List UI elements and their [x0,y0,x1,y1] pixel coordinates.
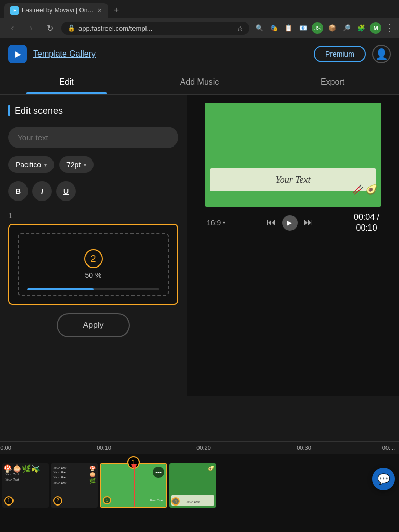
back-button[interactable]: ‹ [5,21,20,35]
nav-icons: 🔍 🎭 📋 📧 JS 📦 🔎 🧩 M ⋮ [254,22,394,34]
bold-button[interactable]: B [8,181,28,201]
size-chevron-icon: ▾ [84,162,86,168]
ext-code-icon[interactable]: JS [312,22,323,34]
thumb-label-3: 3 [103,496,111,504]
tab-favicon: F [10,6,19,15]
tick-30: 00:30 [297,445,311,451]
skip-forward-button[interactable]: ⏭ [304,217,313,228]
format-controls: B I U [8,181,178,201]
tab-title: Fastreel by Movavi | Online Vid... [22,7,95,14]
timeline-tracks: 🍄 🧅 🌿 🫒 Your TextYour TextYour Text 1 🍄 … [0,454,399,516]
scene-number-circle: 2 [84,249,103,268]
text-input-container [8,127,178,148]
scene-card-inner: 2 50 % [18,233,169,296]
avocado-icon: 🥑 [366,184,377,195]
content-area: Edit scenes Pacifico ▾ 72pt ▾ B I U 1 2 … [0,95,399,396]
play-button[interactable]: ▶ [282,215,298,231]
thumb-text-1: Your TextYour TextYour Text [5,468,19,483]
scene-card: 2 50 % [8,224,178,305]
font-chevron-icon: ▾ [44,162,47,168]
nav-bar: ‹ › ↻ 🔒 app.fastreel.com/templ... ☆ 🔍 🎭 … [0,18,399,38]
scene-number-label: 1 [8,211,178,220]
ext-puzzle-icon[interactable]: 🧩 [355,22,367,34]
thumb-label-4: 4 [171,497,180,506]
address-bar[interactable]: 🔒 app.fastreel.com/templ... ☆ [61,22,249,35]
chopsticks-icon: 🥢 [352,184,364,195]
lock-icon: 🔒 [68,24,75,32]
tick-20: 00:20 [196,445,211,451]
tab-add-music[interactable]: Add Music [133,70,266,94]
apply-button[interactable]: Apply [57,313,129,337]
font-selector[interactable]: Pacifico ▾ [8,156,54,173]
chat-button[interactable]: 💬 [372,468,395,490]
chat-icon: 💬 [377,473,390,485]
app-header: ▶ Template Gallery Premium 👤 [0,38,399,70]
tab-bar: F Fastreel by Movavi | Online Vid... × + [0,0,399,18]
selected-thumb-wrapper[interactable]: 1 ••• 3 Your Text [100,463,167,508]
thumb-avocado-4: 🥑 [208,466,214,471]
text-input[interactable] [8,127,178,148]
section-title: Edit scenes [15,105,63,116]
main-tabs: Edit Add Music Export [0,70,399,95]
address-text: app.fastreel.com/templ... [78,24,234,32]
thumbnail-2[interactable]: 🍄 🧅 🌿 Your TextYour TextYour TextYour Te… [51,463,98,508]
new-tab-button[interactable]: + [110,4,123,17]
thumbnail-1[interactable]: 🍄 🧅 🌿 🫒 Your TextYour TextYour Text 1 [2,463,49,508]
timeline-track: 🍄 🧅 🌿 🫒 Your TextYour TextYour Text 1 🍄 … [0,454,216,516]
timeline-area: 00:00 00:10 00:20 00:30 00:... 🍄 🧅 🌿 🫒 Y… [0,441,399,532]
underline-button[interactable]: U [56,181,76,201]
tick-end: 00:... [382,445,395,451]
browser-chrome: F Fastreel by Movavi | Online Vid... × +… [0,0,399,38]
thumbnail-4[interactable]: Your Text 🥑 4 [169,463,216,508]
video-controls: 16:9 ▾ ⏮ ▶ ⏭ 00:04 / 00:10 [205,212,381,234]
thumb-text-2: Your TextYour TextYour TextYour Text [53,466,66,486]
tick-0: 00:00 [0,445,11,451]
left-panel: Edit scenes Pacifico ▾ 72pt ▾ B I U 1 2 … [0,95,187,396]
ext-clip-icon[interactable]: 📋 [283,22,294,34]
thumb-food-items: 🍄 🧅 🌿 [89,466,96,484]
browser-menu-icon[interactable]: ⋮ [384,22,394,34]
video-decorations: 🥢 🥑 [352,184,377,195]
app-title[interactable]: Template Gallery [33,49,96,59]
tab-edit[interactable]: Edit [0,70,133,94]
scene-progress-bar-container [27,288,159,290]
aspect-chevron-icon: ▾ [223,220,225,225]
italic-button[interactable]: I [32,181,52,201]
ext-pkg-icon[interactable]: 📦 [326,22,338,34]
star-icon[interactable]: ☆ [237,24,243,32]
tab-export[interactable]: Export [266,70,399,94]
video-preview: Your Text 🥢 🥑 [205,103,381,207]
right-panel: Your Text 🥢 🥑 16:9 ▾ ⏮ ▶ ⏭ 00:04 / 00:1 [187,95,399,396]
thumb-text-4: Your Text [186,500,200,504]
timeline-ruler: 00:00 00:10 00:20 00:30 00:... [0,442,399,454]
playback-controls: ⏮ ▶ ⏭ [267,215,313,231]
video-text: Your Text [275,175,310,185]
thumb-label-2: 2 [53,496,62,506]
more-options-button[interactable]: ••• [153,467,164,478]
size-selector[interactable]: 72pt ▾ [59,156,94,173]
ext-search-icon[interactable]: 🔍 [254,22,265,34]
aspect-ratio-selector[interactable]: 16:9 ▾ [207,219,225,227]
refresh-button[interactable]: ↻ [43,21,57,35]
browser-tab[interactable]: F Fastreel by Movavi | Online Vid... × [4,3,108,18]
play-icon: ▶ [287,219,292,227]
tick-10: 00:10 [97,445,111,451]
thumb-text-3: Your Text [150,498,163,502]
thumb-3-bg: ••• 3 Your Text [101,464,166,507]
forward-button[interactable]: › [24,21,38,35]
video-brush-stroke: Your Text [210,168,376,191]
premium-button[interactable]: Premium [314,46,366,62]
user-avatar[interactable]: 👤 [372,45,391,63]
time-display: 00:04 / 00:10 [354,212,379,234]
tab-close-icon[interactable]: × [98,6,102,15]
app-logo: ▶ [8,45,27,63]
thumb-label-1: 1 [4,496,14,506]
scene-percent: 50 % [85,271,102,280]
ext-mail-icon[interactable]: 📧 [297,22,309,34]
ext-face-icon[interactable]: 🎭 [268,22,280,34]
skip-back-button[interactable]: ⏮ [267,217,276,228]
scene-progress-bar [27,288,94,290]
profile-icon[interactable]: M [370,22,381,34]
ext-lens-icon[interactable]: 🔎 [341,22,352,34]
section-indicator [8,105,10,116]
